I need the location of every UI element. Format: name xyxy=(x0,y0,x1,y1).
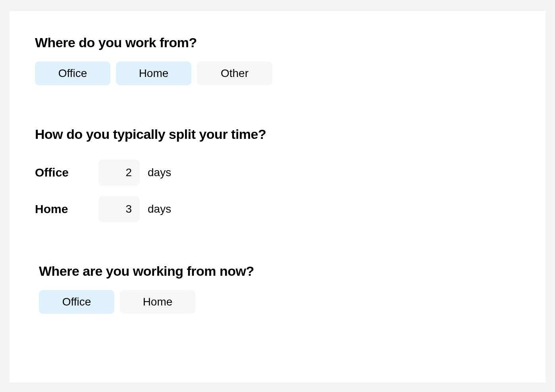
option-other[interactable]: Other xyxy=(197,61,272,85)
split-label: Home xyxy=(35,202,91,216)
option-office[interactable]: Office xyxy=(35,61,110,85)
question-working-now: Where are you working from now? Office H… xyxy=(35,263,520,314)
home-days-input[interactable] xyxy=(98,196,140,222)
option-office[interactable]: Office xyxy=(39,290,114,314)
question-work-from: Where do you work from? Office Home Othe… xyxy=(35,35,520,85)
option-home[interactable]: Home xyxy=(120,290,195,314)
question-title: Where are you working from now? xyxy=(39,263,520,279)
survey-card: Where do you work from? Office Home Othe… xyxy=(10,11,545,382)
days-unit: days xyxy=(148,166,171,179)
option-row: Office Home xyxy=(39,290,520,314)
split-label: Office xyxy=(35,166,91,179)
days-unit: days xyxy=(148,203,171,215)
split-row-office: Office days xyxy=(35,159,520,186)
question-split-time: How do you typically split your time? Of… xyxy=(35,127,520,222)
option-home[interactable]: Home xyxy=(116,61,191,85)
split-rows: Office days Home days xyxy=(35,159,520,222)
option-row: Office Home Other xyxy=(35,61,520,85)
question-title: Where do you work from? xyxy=(35,35,520,50)
split-row-home: Home days xyxy=(35,196,520,222)
office-days-input[interactable] xyxy=(98,159,140,186)
question-title: How do you typically split your time? xyxy=(35,127,520,142)
